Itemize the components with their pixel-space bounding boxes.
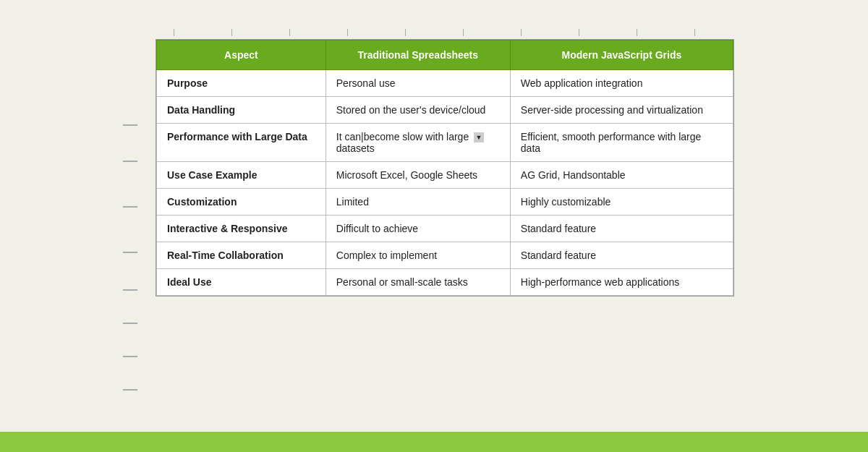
table-row: Real-Time Collaboration Complex to imple… (157, 242, 733, 269)
tick (637, 29, 637, 36)
traditional-cell: Difficult to achieve (326, 216, 510, 242)
table-row: Ideal Use Personal or small-scale tasks … (157, 269, 733, 296)
header-traditional: Traditional Spreadsheets (326, 40, 510, 70)
header-row: Aspect Traditional Spreadsheets Modern J… (157, 40, 733, 70)
aspect-cell: Customization (157, 189, 326, 216)
table-row: Data Handling Stored on the user's devic… (157, 97, 733, 124)
aspect-cell: Data Handling (157, 97, 326, 124)
bottom-bar (0, 432, 868, 452)
tick (231, 29, 232, 36)
traditional-cell: Limited (326, 189, 510, 216)
table-row: Customization Limited Highly customizabl… (157, 189, 733, 216)
tick (347, 29, 348, 36)
table-row: Use Case Example Microsoft Excel, Google… (157, 162, 733, 189)
top-ticks (145, 29, 723, 36)
traditional-cell: It can|become slow with large ▼ datasets (326, 124, 510, 162)
table-row: Interactive & Responsive Difficult to ac… (157, 216, 733, 242)
dropdown-indicator-icon[interactable]: ▼ (474, 132, 484, 142)
tick (405, 29, 406, 36)
tick (463, 29, 464, 36)
traditional-cell: Stored on the user's device/cloud (326, 97, 510, 124)
traditional-cell: Personal or small-scale tasks (326, 269, 510, 296)
table-row: Purpose Personal use Web application int… (157, 70, 733, 97)
aspect-cell: Use Case Example (157, 162, 326, 189)
aspect-cell: Real-Time Collaboration (157, 242, 326, 269)
cell-text-end: datasets (336, 142, 375, 154)
traditional-cell: Personal use (326, 70, 510, 97)
aspect-cell: Interactive & Responsive (157, 216, 326, 242)
traditional-cell: Microsoft Excel, Google Sheets (326, 162, 510, 189)
aspect-cell: Performance with Large Data (157, 124, 326, 162)
modern-cell: Standard feature (510, 216, 733, 242)
modern-cell: Highly customizable (510, 189, 733, 216)
tick (174, 29, 174, 36)
cell-text-cont: become slow with large (364, 131, 472, 142)
traditional-cell: Complex to implement (326, 242, 510, 269)
comparison-table: Aspect Traditional Spreadsheets Modern J… (156, 40, 733, 296)
table-row: Performance with Large Data It can|becom… (157, 124, 733, 162)
modern-cell: Web application integration (510, 70, 733, 97)
header-aspect: Aspect (157, 40, 326, 70)
tick (289, 29, 290, 36)
modern-cell: Standard feature (510, 242, 733, 269)
tick (694, 29, 695, 36)
header-modern: Modern JavaScript Grids (510, 40, 733, 70)
comparison-table-container: Aspect Traditional Spreadsheets Modern J… (156, 39, 734, 297)
left-markers (123, 39, 137, 406)
aspect-cell: Ideal Use (157, 269, 326, 296)
modern-cell: Efficient, smooth performance with large… (510, 124, 733, 162)
tick (521, 29, 522, 36)
aspect-cell: Purpose (157, 70, 326, 97)
modern-cell: Server-side processing and virtualizatio… (510, 97, 733, 124)
modern-cell: AG Grid, Handsontable (510, 162, 733, 189)
modern-cell: High-performance web applications (510, 269, 733, 296)
cell-text: It can (336, 131, 361, 142)
tick (579, 29, 579, 36)
page-wrapper: Aspect Traditional Spreadsheets Modern J… (0, 14, 868, 452)
